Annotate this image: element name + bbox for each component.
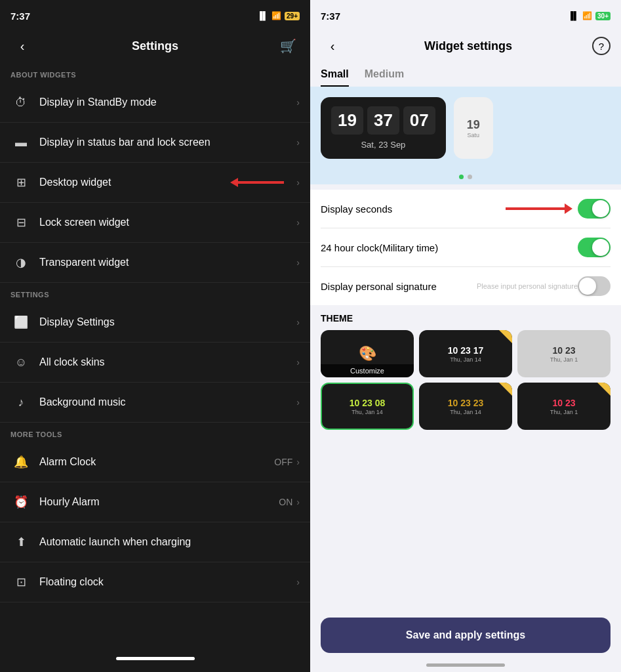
- right-time: 7:37: [321, 10, 340, 22]
- widget-preview-area: 19 37 07 Sat, 23 Sep 19 Satu: [310, 87, 621, 169]
- theme-light[interactable]: 10 23 Thu, Jan 1: [517, 330, 611, 377]
- chevron-icon: ›: [296, 357, 300, 368]
- theme-dark-gold-time: 10 23 23: [448, 398, 484, 408]
- menu-item-clock-skins[interactable]: ☺ All clock skins ›: [0, 343, 310, 383]
- floating-clock-icon: ⊡: [10, 572, 31, 593]
- theme-dark-green[interactable]: 10 23 08 Thu, Jan 14: [321, 383, 414, 430]
- right-nav-bar: ‹ Widget settings ?: [310, 29, 621, 63]
- chevron-icon: ›: [296, 217, 300, 228]
- theme-dark-white-time: 10 23 17: [448, 345, 484, 356]
- flip-clock: 19 37 07: [331, 106, 435, 135]
- right-home-indicator: [426, 663, 505, 667]
- floating-clock-label: Floating clock: [39, 576, 296, 588]
- 24h-toggle[interactable]: [578, 238, 611, 257]
- status-bar-label: Display in status bar and lock screen: [39, 136, 296, 148]
- signal-icon: ▐▌: [257, 11, 268, 20]
- chevron-icon: ›: [296, 257, 300, 268]
- back-button[interactable]: ‹: [10, 39, 34, 54]
- chevron-icon: ›: [296, 137, 300, 148]
- flip-minute: 37: [367, 106, 399, 135]
- theme-customize[interactable]: 🎨 Customize: [321, 330, 414, 377]
- transparent-label: Transparent widget: [39, 257, 296, 268]
- menu-item-auto-launch[interactable]: ⬆ Automatic launch when charging: [0, 522, 310, 562]
- left-page-title: Settings: [34, 39, 276, 53]
- menu-item-transparent[interactable]: ◑ Transparent widget ›: [0, 243, 310, 283]
- menu-item-hourly-alarm[interactable]: ⏰ Hourly Alarm ON ›: [0, 482, 310, 522]
- clock-skins-icon: ☺: [10, 352, 31, 373]
- personal-sig-placeholder: Please input personal signature: [477, 282, 578, 290]
- tab-small[interactable]: Small: [321, 68, 349, 87]
- right-wifi-icon: 📶: [582, 11, 592, 20]
- toggle-knob: [592, 239, 609, 256]
- tabs-row: Small Medium: [310, 63, 621, 87]
- section-settings: SETTINGS: [0, 283, 310, 303]
- status-bar-icon: ▬: [10, 132, 31, 153]
- widget-date: Sat, 23 Sep: [331, 140, 435, 150]
- theme-dark-red[interactable]: 10 23 Thu, Jan 1: [517, 383, 611, 430]
- theme-dark-white-sub: Thu, Jan 14: [450, 356, 481, 363]
- chevron-icon: ›: [296, 97, 300, 108]
- left-nav-bar: ‹ Settings 🛒: [0, 29, 310, 63]
- transparent-icon: ◑: [10, 252, 31, 273]
- save-btn-area: Save and apply settings: [310, 607, 621, 663]
- menu-item-display-settings[interactable]: ⬜ Display Settings ›: [0, 303, 310, 343]
- menu-item-lock-screen[interactable]: ⊟ Lock screen widget ›: [0, 203, 310, 243]
- chevron-icon: ›: [296, 317, 300, 327]
- hourly-alarm-icon: ⏰: [10, 492, 31, 513]
- right-back-button[interactable]: ‹: [321, 39, 344, 54]
- red-arrow-indicator: [230, 178, 284, 187]
- shop-icon[interactable]: 🛒: [276, 38, 300, 54]
- menu-item-desktop-widget[interactable]: ⊞ Desktop widget ›: [0, 163, 310, 203]
- chevron-icon: ›: [296, 457, 300, 467]
- left-time: 7:37: [10, 10, 30, 22]
- section-about-widgets: ABOUT WIDGETS: [0, 63, 310, 83]
- theme-dark-gold-sub: Thu, Jan 14: [450, 409, 481, 415]
- home-indicator: [116, 657, 195, 660]
- menu-item-status-bar[interactable]: ▬ Display in status bar and lock screen …: [0, 123, 310, 163]
- hourly-alarm-label: Hourly Alarm: [39, 496, 279, 508]
- save-button[interactable]: Save and apply settings: [321, 618, 611, 653]
- theme-section: THEME 🎨 Customize 10 23 17 Thu, Jan 14 1…: [310, 305, 621, 430]
- chevron-icon: ›: [296, 577, 300, 587]
- personal-sig-toggle[interactable]: [578, 276, 611, 296]
- theme-dark-gold[interactable]: 10 23 23 Thu, Jan 14: [419, 383, 512, 430]
- theme-label: THEME: [321, 313, 611, 324]
- right-panel: 7:37 ▐▌ 📶 30+ ‹ Widget settings ? Small …: [310, 0, 621, 672]
- menu-item-bg-music[interactable]: ♪ Background music ›: [0, 383, 310, 423]
- display-settings-label: Display Settings: [39, 316, 296, 328]
- flip-second: 07: [403, 106, 435, 135]
- display-seconds-toggle[interactable]: [578, 199, 611, 219]
- bg-music-icon: ♪: [10, 392, 31, 413]
- right-battery-badge: 30+: [595, 12, 611, 20]
- left-status-icons: ▐▌ 📶 29+: [257, 11, 300, 20]
- chevron-icon: ›: [296, 397, 300, 408]
- wifi-icon: 📶: [271, 11, 281, 20]
- auto-launch-label: Automatic launch when charging: [39, 536, 300, 548]
- bg-music-label: Background music: [39, 396, 296, 408]
- display-seconds-label: Display seconds: [321, 203, 506, 215]
- dot-2: [468, 175, 472, 179]
- alarm-clock-label: Alarm Clock: [39, 456, 274, 468]
- tab-medium[interactable]: Medium: [365, 68, 404, 87]
- clock-skins-label: All clock skins: [39, 356, 296, 368]
- dots-row: [310, 169, 621, 184]
- corner-badge: [499, 383, 512, 396]
- right-status-bar: 7:37 ▐▌ 📶 30+: [310, 0, 621, 29]
- theme-grid: 🎨 Customize 10 23 17 Thu, Jan 14 10 23 T…: [321, 330, 611, 430]
- hourly-alarm-badge: ON: [279, 497, 292, 507]
- help-icon[interactable]: ?: [592, 37, 611, 55]
- lock-screen-icon: ⊟: [10, 212, 31, 233]
- chevron-icon: ›: [296, 497, 300, 507]
- menu-item-alarm-clock[interactable]: 🔔 Alarm Clock OFF ›: [0, 442, 310, 482]
- customize-label: Customize: [321, 364, 414, 377]
- desktop-widget-icon: ⊞: [10, 172, 31, 193]
- display-settings-icon: ⬜: [10, 312, 31, 333]
- left-panel: 7:37 ▐▌ 📶 29+ ‹ Settings 🛒 ABOUT WIDGETS…: [0, 0, 310, 672]
- menu-item-standby[interactable]: ⏱ Display in StandBy mode ›: [0, 83, 310, 123]
- theme-dark-white[interactable]: 10 23 17 Thu, Jan 14: [419, 330, 512, 377]
- customize-icon: 🎨: [359, 345, 376, 362]
- flip-hour: 19: [331, 106, 363, 135]
- right-page-title: Widget settings: [344, 39, 592, 53]
- menu-item-floating-clock[interactable]: ⊡ Floating clock ›: [0, 562, 310, 602]
- 24h-label: 24 hour clock(Military time): [321, 242, 578, 253]
